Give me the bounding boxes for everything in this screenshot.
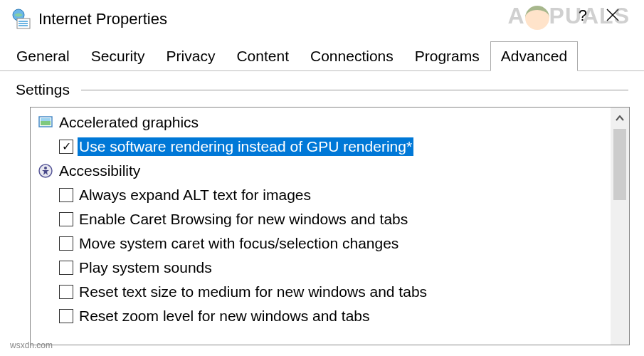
watermark: APUALS xyxy=(507,3,630,30)
settings-tree-body[interactable]: Accelerated graphics Use software render… xyxy=(31,108,611,345)
scroll-up-button[interactable] xyxy=(611,108,629,129)
divider xyxy=(81,90,628,90)
item-reset-text-size[interactable]: Reset text size to medium for new window… xyxy=(35,280,606,304)
svg-rect-9 xyxy=(41,118,51,121)
item-reset-zoom[interactable]: Reset zoom level for new windows and tab… xyxy=(35,304,606,328)
tab-general[interactable]: General xyxy=(6,41,80,70)
item-alt-text[interactable]: Always expand ALT text for images xyxy=(35,183,606,207)
footer-source: wsxdn.com xyxy=(10,340,53,350)
tab-security[interactable]: Security xyxy=(80,41,156,70)
checkbox[interactable] xyxy=(59,140,73,154)
tab-content[interactable]: Content xyxy=(226,41,300,70)
checkbox[interactable] xyxy=(59,188,73,202)
scrollbar[interactable] xyxy=(611,108,629,345)
checkbox[interactable] xyxy=(59,285,73,299)
item-label: Enable Caret Browsing for new windows an… xyxy=(78,210,409,229)
group-accessibility: Accessibility xyxy=(35,159,606,183)
item-label: Reset zoom level for new windows and tab… xyxy=(78,307,371,325)
scroll-thumb[interactable] xyxy=(613,129,626,200)
settings-groupbox-header: Settings xyxy=(16,81,628,98)
item-label: Reset text size to medium for new window… xyxy=(78,283,428,301)
tab-content-area: Settings Accelerated graphics Use softwa… xyxy=(0,71,644,345)
tab-privacy[interactable]: Privacy xyxy=(156,41,226,70)
item-label: Play system sounds xyxy=(78,258,213,277)
group-accelerated-graphics: Accelerated graphics xyxy=(35,110,606,135)
item-label: Always expand ALT text for images xyxy=(78,186,312,204)
group-label: Accessibility xyxy=(59,162,140,179)
checkbox[interactable] xyxy=(59,309,73,323)
checkbox[interactable] xyxy=(59,212,73,226)
accessibility-icon xyxy=(38,163,53,179)
item-label: Move system caret with focus/selection c… xyxy=(78,234,400,253)
tab-programs[interactable]: Programs xyxy=(404,41,490,70)
item-move-caret[interactable]: Move system caret with focus/selection c… xyxy=(35,231,606,256)
group-label: Accelerated graphics xyxy=(59,114,199,131)
checkbox[interactable] xyxy=(59,261,73,275)
item-play-sounds[interactable]: Play system sounds xyxy=(35,256,606,280)
tab-connections[interactable]: Connections xyxy=(300,41,404,70)
tab-strip: General Security Privacy Content Connect… xyxy=(0,41,644,71)
window-title: Internet Properties xyxy=(38,10,167,28)
checkbox[interactable] xyxy=(59,236,73,251)
svg-point-11 xyxy=(44,167,47,169)
watermark-face-icon xyxy=(525,6,549,30)
settings-label: Settings xyxy=(16,81,81,98)
item-label: Use software rendering instead of GPU re… xyxy=(78,137,413,156)
settings-tree: Accelerated graphics Use software render… xyxy=(30,107,630,345)
internet-options-icon xyxy=(10,9,31,30)
item-caret-browsing[interactable]: Enable Caret Browsing for new windows an… xyxy=(35,207,606,231)
graphics-icon xyxy=(38,115,53,130)
item-software-rendering[interactable]: Use software rendering instead of GPU re… xyxy=(35,135,606,159)
tab-advanced[interactable]: Advanced xyxy=(490,41,578,71)
